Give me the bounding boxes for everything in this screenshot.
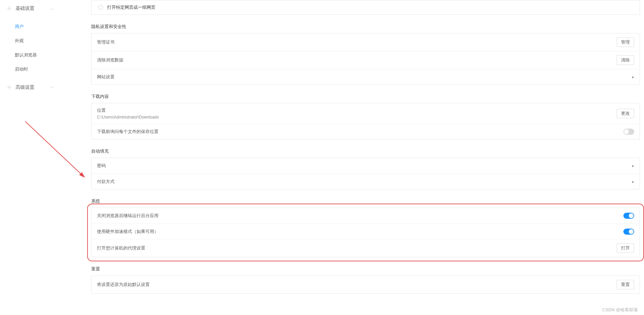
sidebar-item-startup[interactable]: 启动时 [0,62,61,76]
sidebar-group-basic[interactable]: 基础设置 ︿ [0,3,61,14]
chevron-up-icon: ︿ [50,6,54,11]
chevron-right-icon: ▸ [632,75,634,79]
svg-point-0 [8,8,10,9]
open-proxy-button[interactable]: 打开 [617,243,634,253]
row-ask-each-download[interactable]: 下载前询问每个文件的保存位置 [92,124,640,139]
section-downloads: 下载内容 位置 C:\Users\Administrator\Downloads… [91,94,640,139]
row-password-label: 密码 [97,163,628,169]
row-clear-data[interactable]: 清除浏览数据 清除 [92,51,640,69]
section-reset: 重置 将设置还原为原始默认设置 重置 [91,266,640,294]
sidebar-item-default-browser[interactable]: 默认浏览器 [0,48,61,62]
ask-each-toggle[interactable] [623,129,634,135]
gear-icon [7,6,11,11]
system-card: 关闭浏览器后继续运行后台应用 使用硬件加速模式（如果可用） 打开您计算机的代理设… [91,208,640,257]
row-payment[interactable]: 付款方式 ▸ [92,174,640,189]
section-privacy: 隐私设置和安全性 管理证书 管理 清除浏览数据 清除 网站设置 ▸ [91,24,640,85]
section-downloads-title: 下载内容 [91,94,640,100]
row-bg-apps[interactable]: 关闭浏览器后继续运行后台应用 [92,208,640,224]
row-hw-accel[interactable]: 使用硬件加速模式（如果可用） [92,224,640,239]
svg-point-1 [8,87,10,88]
bg-apps-toggle[interactable] [623,213,634,219]
row-reset-label: 将设置还原为原始默认设置 [97,282,613,288]
manage-certs-button[interactable]: 管理 [617,37,634,47]
section-reset-title: 重置 [91,266,640,272]
startup-radio-open-specific-label: 打开特定网页或一组网页 [107,4,155,10]
row-proxy-label: 打开您计算机的代理设置 [97,245,613,251]
section-system-title: 系统 [91,198,640,204]
startup-card: 打开特定网页或一组网页 [91,0,640,15]
section-privacy-title: 隐私设置和安全性 [91,24,640,30]
row-password[interactable]: 密码 ▸ [92,158,640,174]
sidebar-item-appearance[interactable]: 外观 [0,34,61,48]
settings-sidebar: 基础设置 ︿ 用户 外观 默认浏览器 启动时 高级设置 ﹀ [0,0,61,96]
row-ask-each-label: 下载前询问每个文件的保存位置 [97,129,619,135]
row-site-settings-label: 网站设置 [97,74,628,80]
row-proxy-settings[interactable]: 打开您计算机的代理设置 打开 [92,239,640,257]
hw-accel-toggle[interactable] [623,229,634,235]
section-autofill: 自动填充 密码 ▸ 付款方式 ▸ [91,148,640,189]
reset-button[interactable]: 重置 [617,280,634,289]
row-download-location[interactable]: 位置 C:\Users\Administrator\Downloads 更改 [92,103,640,124]
sidebar-group-advanced-label: 高级设置 [16,84,34,90]
clear-data-button[interactable]: 清除 [617,55,634,65]
sidebar-group-advanced[interactable]: 高级设置 ﹀ [0,82,61,93]
row-manage-certs[interactable]: 管理证书 管理 [92,33,640,51]
chevron-down-icon: ﹀ [50,85,54,90]
row-manage-certs-label: 管理证书 [97,39,613,45]
chevron-right-icon: ▸ [632,163,634,168]
row-hw-accel-label: 使用硬件加速模式（如果可用） [97,229,619,235]
autofill-card: 密码 ▸ 付款方式 ▸ [91,158,640,189]
privacy-card: 管理证书 管理 清除浏览数据 清除 网站设置 ▸ [91,33,640,85]
change-location-button[interactable]: 更改 [617,109,634,118]
sidebar-group-basic-label: 基础设置 [16,5,34,11]
download-location-label: 位置 [97,107,613,113]
downloads-card: 位置 C:\Users\Administrator\Downloads 更改 下… [91,103,640,139]
section-autofill-title: 自动填充 [91,148,640,154]
reset-card: 将设置还原为原始默认设置 重置 [91,275,640,294]
section-system: 系统 关闭浏览器后继续运行后台应用 使用硬件加速模式（如果可用） 打开您计算机的… [91,198,640,257]
radio-icon [98,5,103,10]
row-bg-apps-label: 关闭浏览器后继续运行后台应用 [97,213,619,219]
sidebar-item-user[interactable]: 用户 [0,20,61,34]
row-reset-defaults[interactable]: 将设置还原为原始默认设置 重置 [92,276,640,293]
row-clear-data-label: 清除浏览数据 [97,57,613,63]
row-payment-label: 付款方式 [97,179,628,185]
sidebar-basic-items: 用户 外观 默认浏览器 启动时 [0,14,61,82]
chevron-right-icon: ▸ [632,179,634,184]
settings-main: 打开特定网页或一组网页 隐私设置和安全性 管理证书 管理 清除浏览数据 清除 网… [64,0,644,311]
gear-icon [7,85,11,90]
download-location-path: C:\Users\Administrator\Downloads [97,115,613,120]
startup-radio-open-specific[interactable]: 打开特定网页或一组网页 [92,0,640,15]
row-site-settings[interactable]: 网站设置 ▸ [92,69,640,84]
